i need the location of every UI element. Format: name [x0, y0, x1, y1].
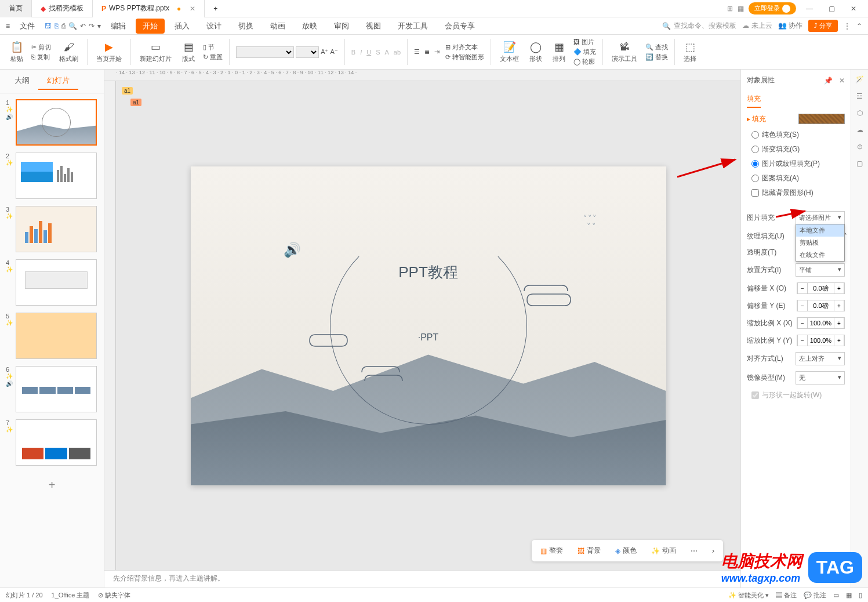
template-tab[interactable]: ◆ 找稻壳模板: [32, 0, 93, 17]
fill-section-header[interactable]: ▸ 填充: [747, 114, 845, 124]
apps-icon[interactable]: ▦: [738, 5, 744, 13]
add-slide-button[interactable]: +: [6, 473, 98, 498]
tab-close-icon[interactable]: ✕: [190, 5, 195, 13]
help-icon[interactable]: ⊙: [857, 143, 863, 151]
slide-thumb-2[interactable]: [16, 153, 97, 199]
more-button[interactable]: ⋯: [685, 543, 703, 559]
textbox-button[interactable]: 📝文本框: [495, 38, 524, 66]
view-normal-icon[interactable]: ▭: [833, 592, 839, 599]
preview-icon[interactable]: 🔍: [68, 22, 77, 30]
scale-x-spinner[interactable]: −+: [797, 317, 845, 329]
new-slide-button[interactable]: ▭新建幻灯片: [135, 38, 176, 66]
bullets-icon[interactable]: ☰: [414, 48, 420, 56]
maximize-button[interactable]: ▢: [823, 0, 840, 17]
local-file-option[interactable]: 本地文件: [796, 224, 844, 237]
italic-icon[interactable]: I: [360, 49, 362, 56]
ai-icon[interactable]: 🪄: [855, 75, 864, 84]
slide-thumb-1[interactable]: [16, 99, 97, 146]
coop-button[interactable]: 👥 协作: [778, 21, 802, 31]
ribbon-outline-button[interactable]: ◯ 轮廓: [573, 57, 596, 66]
cloud-panel-icon[interactable]: ☁: [856, 126, 863, 134]
export-icon[interactable]: ⎘: [55, 22, 59, 30]
background-button[interactable]: 🖼背景: [572, 543, 606, 559]
format-painter-button[interactable]: 🖌格式刷: [55, 39, 83, 66]
find-button[interactable]: 🔍 查找: [645, 43, 668, 52]
hide-bg-check[interactable]: 隐藏背景图形(H): [747, 188, 845, 198]
select-button[interactable]: ⬚选择: [679, 38, 701, 66]
menu-view[interactable]: 视图: [359, 19, 388, 34]
view-sorter-icon[interactable]: ▦: [846, 592, 852, 599]
shrink-font-icon[interactable]: A⁻: [330, 48, 337, 56]
menu-dev[interactable]: 开发工具: [391, 19, 435, 34]
slide-thumb-7[interactable]: [16, 419, 97, 466]
numbering-icon[interactable]: ≣: [424, 48, 430, 56]
qat-dropdown[interactable]: ▾: [97, 22, 101, 30]
grid-icon[interactable]: ⊞: [727, 5, 733, 13]
cloud-status[interactable]: ☁ 未上云: [742, 21, 772, 31]
comments-toggle[interactable]: 💬 批注: [804, 591, 826, 600]
smart-graphic-button[interactable]: ⟳ 转智能图形: [445, 53, 484, 61]
pattern-fill-radio[interactable]: 图案填充(A): [747, 173, 845, 183]
font-family-select[interactable]: [236, 46, 294, 58]
speaker-icon[interactable]: 🔊: [284, 242, 301, 258]
gradient-fill-radio[interactable]: 渐变填充(G): [747, 144, 845, 154]
cut-button[interactable]: ✂ 剪切: [31, 43, 51, 52]
home-tab[interactable]: 首页: [0, 0, 32, 17]
layers-icon[interactable]: ☲: [856, 92, 863, 100]
copy-button[interactable]: ⎘ 复制: [31, 53, 51, 61]
notes-toggle[interactable]: ▤ 备注: [776, 591, 797, 600]
from-current-button[interactable]: ▶当页开始: [92, 38, 126, 66]
solid-fill-radio[interactable]: 纯色填充(S): [747, 130, 845, 140]
undo-icon[interactable]: ↶: [80, 22, 86, 30]
scale-y-spinner[interactable]: −+: [797, 335, 845, 346]
save-icon[interactable]: 🖫: [45, 22, 52, 30]
new-tab-button[interactable]: +: [205, 0, 226, 17]
slide-stage[interactable]: PPT教程 ·PPT 🔊 ᵛ ᵛ ᵛ ᵛ ᵛ: [191, 166, 666, 485]
font-size-select[interactable]: [296, 46, 319, 58]
grow-font-icon[interactable]: A⁺: [321, 48, 328, 56]
picture-fill-radio[interactable]: 图片或纹理填充(P): [747, 159, 845, 169]
offset-y-spinner[interactable]: −+: [797, 300, 845, 311]
menu-member[interactable]: 会员专享: [438, 19, 482, 34]
section-button[interactable]: ▯ 节: [203, 43, 223, 52]
ribbon-picture-button[interactable]: 🖼 图片: [573, 38, 596, 46]
demo-tool-button[interactable]: 📽演示工具: [607, 39, 642, 66]
menu-insert[interactable]: 插入: [168, 19, 197, 34]
fill-tab[interactable]: 填充: [747, 91, 761, 108]
texture-swatch[interactable]: [798, 114, 845, 124]
align-text-button[interactable]: ⊞ 对齐文本: [445, 43, 484, 52]
mirror-dropdown[interactable]: 无▾: [796, 371, 845, 385]
slide-thumb-3[interactable]: [16, 206, 97, 252]
dock-icon[interactable]: ▢: [856, 159, 863, 168]
font-color-icon[interactable]: A: [385, 49, 389, 56]
reset-button[interactable]: ↻ 重置: [203, 53, 223, 61]
search-input[interactable]: 🔍 查找命令、搜索模板: [662, 21, 736, 31]
layout-button[interactable]: ▤版式: [177, 38, 199, 66]
comment-marker-1[interactable]: a1: [122, 87, 133, 95]
outline-tab[interactable]: 大纲: [6, 72, 38, 90]
smart-beautify-button[interactable]: ✨ 智能美化 ▾: [728, 591, 769, 600]
indent-icon[interactable]: ⇥: [434, 48, 440, 56]
clipboard-option[interactable]: 剪贴板: [796, 237, 844, 249]
slides-tab[interactable]: 幻灯片: [38, 72, 78, 90]
minimize-button[interactable]: —: [801, 0, 818, 17]
assets-icon[interactable]: ⬡: [857, 109, 863, 117]
next-button[interactable]: ›: [706, 543, 720, 559]
panel-close-icon[interactable]: ✕: [839, 77, 845, 85]
bold-icon[interactable]: B: [351, 49, 355, 56]
font-missing-warn[interactable]: ⊘ 缺失字体: [98, 591, 130, 600]
arrange-button[interactable]: ▦排列: [548, 38, 570, 66]
menu-animation[interactable]: 动画: [263, 19, 292, 34]
menu-edit[interactable]: 编辑: [104, 19, 133, 34]
ribbon-fill-button[interactable]: 🔷 填充: [573, 48, 596, 56]
highlight-icon[interactable]: ab: [394, 49, 401, 56]
collapse-ribbon-icon[interactable]: ⌃: [856, 22, 862, 30]
placement-dropdown[interactable]: 平铺▾: [796, 263, 845, 277]
pin-icon[interactable]: 📌: [824, 77, 833, 85]
redo-icon[interactable]: ↷: [89, 22, 95, 30]
replace-button[interactable]: 🔄 替换: [645, 53, 668, 61]
share-button[interactable]: ⤴ 分享: [808, 20, 838, 32]
hamburger-icon[interactable]: ≡: [6, 22, 10, 30]
color-button[interactable]: ◈颜色: [609, 543, 642, 559]
menu-file[interactable]: 文件: [13, 19, 42, 34]
